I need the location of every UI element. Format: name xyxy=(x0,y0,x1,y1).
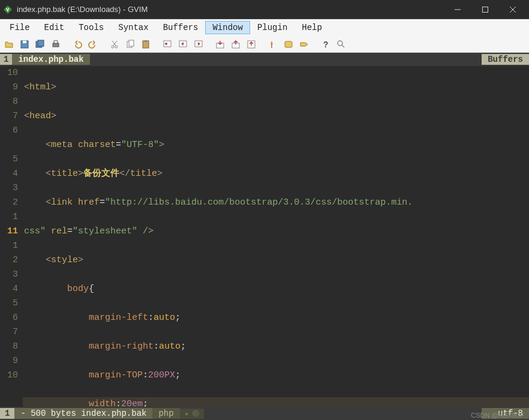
find-replace-icon[interactable] xyxy=(161,38,174,51)
save-icon[interactable] xyxy=(18,38,31,51)
svg-point-13 xyxy=(115,46,118,48)
tabbar: 1 index.php.bak Buffers xyxy=(0,53,529,66)
window-title: index.php.bak (E:\Downloads) - GVIM xyxy=(17,5,444,14)
svg-text:V: V xyxy=(6,7,10,13)
open-icon[interactable] xyxy=(2,38,16,51)
shell-icon[interactable] xyxy=(282,38,295,51)
svg-rect-11 xyxy=(54,41,58,43)
status-indicators: ✦ ⓒ xyxy=(180,409,204,419)
toolbar: ? xyxy=(0,36,529,53)
saveall-icon[interactable] xyxy=(34,38,47,51)
session-load-icon[interactable] xyxy=(214,38,227,51)
line-numbers: 10 9 8 7 6 5 4 3 2 1 11 1 2 3 4 5 6 7 8 … xyxy=(0,66,23,407)
titlebar: V index.php.bak (E:\Downloads) - GVIM xyxy=(0,0,529,19)
svg-point-29 xyxy=(338,41,342,46)
svg-rect-27 xyxy=(285,41,292,47)
svg-point-12 xyxy=(112,46,114,48)
menu-file[interactable]: File xyxy=(2,21,37,34)
editor[interactable]: 10 9 8 7 6 5 4 3 2 1 11 1 2 3 4 5 6 7 8 … xyxy=(0,66,529,407)
print-icon[interactable] xyxy=(49,38,62,51)
help-icon[interactable]: ? xyxy=(319,38,332,51)
paste-icon[interactable] xyxy=(139,38,152,51)
minimize-button[interactable] xyxy=(444,0,471,19)
tab-number[interactable]: 1 xyxy=(0,54,12,65)
menu-buffers[interactable]: Buffers xyxy=(156,21,206,34)
redo-icon[interactable] xyxy=(86,38,100,51)
menu-help[interactable]: Help xyxy=(294,21,329,34)
status-filetype: php xyxy=(152,408,179,419)
app-window: V index.php.bak (E:\Downloads) - GVIM Fi… xyxy=(0,0,529,420)
copy-icon[interactable] xyxy=(124,38,137,51)
menu-edit[interactable]: Edit xyxy=(37,21,72,34)
svg-rect-10 xyxy=(53,43,59,47)
tags-icon[interactable] xyxy=(297,38,311,51)
window-controls xyxy=(444,0,527,19)
svg-rect-19 xyxy=(145,40,147,42)
svg-rect-17 xyxy=(129,40,134,46)
status-file-info: - 500 bytes index.php.bak xyxy=(14,408,152,419)
menubar: File Edit Tools Syntax Buffers Window Pl… xyxy=(0,19,529,36)
svg-point-21 xyxy=(165,43,167,45)
svg-rect-7 xyxy=(23,41,26,43)
vim-icon: V xyxy=(2,4,13,15)
statusbar: 1 - 500 bytes index.php.bak php ✦ ⓒ | ut… xyxy=(0,407,529,420)
session-save-icon[interactable] xyxy=(229,38,242,51)
watermark: CSDN @HEX9CF xyxy=(471,412,524,419)
tab-filename[interactable]: index.php.bak xyxy=(12,54,89,65)
make-icon[interactable] xyxy=(266,38,279,51)
menu-window[interactable]: Window xyxy=(205,21,250,34)
search-help-icon[interactable] xyxy=(335,38,348,51)
cut-icon[interactable] xyxy=(108,38,121,51)
menu-syntax[interactable]: Syntax xyxy=(111,21,155,34)
status-buffer-number: 1 xyxy=(0,408,14,419)
svg-rect-9 xyxy=(38,40,44,46)
find-next-icon[interactable] xyxy=(176,38,190,51)
close-button[interactable] xyxy=(499,0,527,19)
undo-icon[interactable] xyxy=(71,38,84,51)
svg-text:?: ? xyxy=(323,40,328,49)
menu-plugin[interactable]: Plugin xyxy=(250,21,294,34)
buffers-label[interactable]: Buffers xyxy=(482,54,529,65)
menu-tools[interactable]: Tools xyxy=(71,21,111,34)
svg-rect-3 xyxy=(483,7,488,12)
maximize-button[interactable] xyxy=(471,0,499,19)
svg-line-30 xyxy=(342,45,344,47)
run-script-icon[interactable] xyxy=(245,38,258,51)
code-area[interactable]: <html> <head> <meta charset="UTF-8"> <ti… xyxy=(23,66,529,407)
find-prev-icon[interactable] xyxy=(192,38,205,51)
